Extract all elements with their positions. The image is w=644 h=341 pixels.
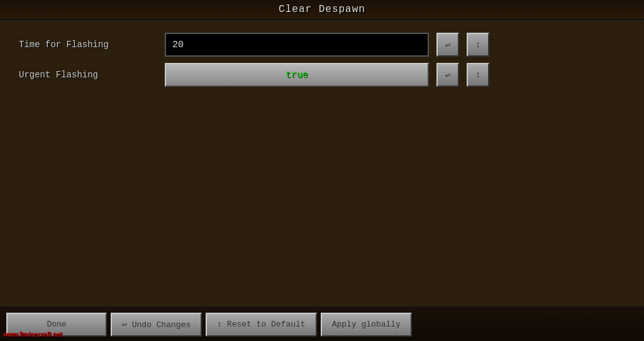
window-title: Clear Despawn [279,4,365,15]
title-bar: Clear Despawn [0,0,644,20]
watermark: www.9minecraft.net [3,331,62,338]
time-for-flashing-row: Time for Flashing ↩ ↕ [19,33,625,57]
settings-panel: Time for Flashing ↩ ↕ Urgent Flashing tr… [0,20,644,306]
footer-bar: Done ↩ Undo Changes ↕ Reset to Default A… [0,306,644,341]
urgent-flashing-reset-icon[interactable]: ↩ [436,63,459,87]
time-flashing-default-icon[interactable]: ↕ [467,33,489,57]
urgent-flashing-row: Urgent Flashing true ↩ ↕ [19,63,625,87]
apply-globally-button[interactable]: Apply globally [321,313,412,337]
urgent-flashing-label: Urgent Flashing [19,70,157,80]
reset-to-default-button[interactable]: ↕ Reset to Default [206,313,316,337]
undo-button[interactable]: ↩ Undo Changes [111,313,202,337]
time-flashing-reset-icon[interactable]: ↩ [436,33,459,57]
urgent-flashing-value: true [286,70,308,81]
time-for-flashing-label: Time for Flashing [19,40,157,50]
urgent-flashing-default-icon[interactable]: ↕ [467,63,489,87]
urgent-flashing-toggle[interactable]: true [165,63,429,87]
time-for-flashing-input[interactable] [165,33,429,57]
